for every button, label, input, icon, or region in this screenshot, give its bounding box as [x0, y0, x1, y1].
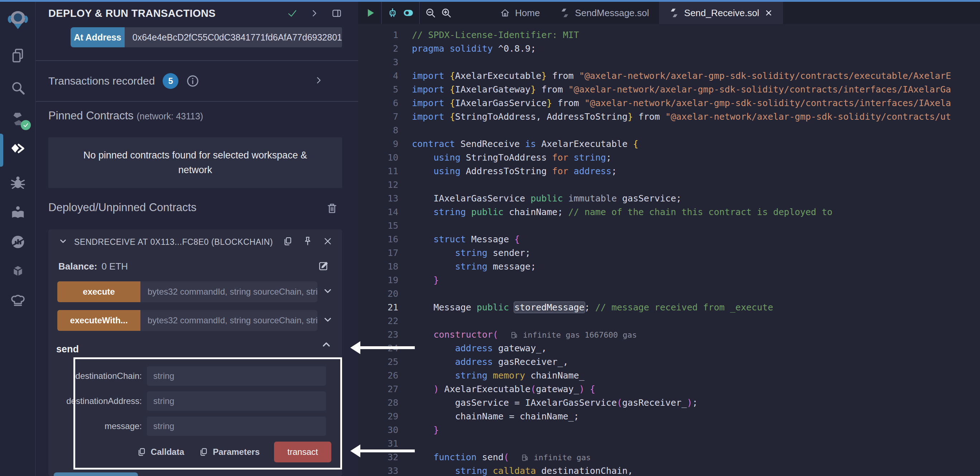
chevron-right-icon[interactable]: [313, 75, 324, 87]
destinationchain-input[interactable]: [147, 366, 326, 386]
line-number[interactable]: 15: [358, 219, 398, 233]
code-line-28[interactable]: 28 gasService = IAxelarGasService(gasRec…: [358, 396, 980, 410]
line-number[interactable]: 24: [358, 342, 398, 355]
line-number[interactable]: 27: [358, 382, 398, 396]
copy-icon[interactable]: [282, 236, 293, 248]
pin-icon[interactable]: [302, 236, 313, 248]
sidebar-item-solidity-compiler[interactable]: [0, 109, 36, 129]
executewith-button[interactable]: executeWith...: [57, 310, 140, 331]
line-number[interactable]: 11: [358, 165, 398, 178]
close-icon[interactable]: [322, 236, 333, 248]
code-line-31[interactable]: 31: [358, 437, 980, 450]
code-line-16[interactable]: 16 struct Message {: [358, 233, 980, 246]
code-line-32[interactable]: 32 function send( infinite gas: [358, 450, 980, 464]
ai-assistant-icon[interactable]: [385, 5, 401, 21]
sidebar-item-deploy-run[interactable]: [0, 140, 36, 160]
chevron-down-icon[interactable]: [322, 286, 333, 298]
info-icon[interactable]: [186, 74, 200, 88]
line-number[interactable]: 7: [358, 110, 398, 124]
line-number[interactable]: 23: [358, 328, 398, 342]
function-signature-input[interactable]: bytes32 commandId, string sourceChain, s…: [140, 281, 317, 302]
line-number[interactable]: 29: [358, 410, 398, 423]
code-line-5[interactable]: 5import {IAxelarGateway} from "@axelar-n…: [358, 83, 980, 96]
calldata-button[interactable]: Calldata: [137, 447, 184, 457]
code-line-27[interactable]: 27 ) AxelarExecutable(gateway_) {: [358, 382, 980, 396]
at-address-input[interactable]: 0x64e4eBcD2fC55C0dC3841771fd6AfA77d69328…: [125, 27, 342, 47]
code-line-13[interactable]: 13 IAxelarGasService public immutable ga…: [358, 192, 980, 205]
sidebar-item-analytics[interactable]: [0, 232, 36, 252]
code-line-14[interactable]: 14 string public chainName; // name of t…: [358, 205, 980, 219]
line-number[interactable]: 20: [358, 287, 398, 301]
sidebar-item-file-explorer[interactable]: [0, 46, 36, 65]
line-number[interactable]: 31: [358, 437, 398, 450]
code-area[interactable]: 1// SPDX-License-Identifier: MIT2pragma …: [358, 24, 980, 476]
code-line-6[interactable]: 6import {IAxelarGasService} from "@axela…: [358, 96, 980, 110]
line-number[interactable]: 8: [358, 124, 398, 137]
sidebar-item-cube-plugin[interactable]: [0, 261, 36, 281]
line-number[interactable]: 9: [358, 137, 398, 151]
line-number[interactable]: 28: [358, 396, 398, 410]
message-input[interactable]: [147, 417, 326, 436]
sidebar-item-learn[interactable]: [0, 203, 36, 223]
destinationaddress-input[interactable]: [147, 391, 326, 411]
at-address-button[interactable]: At Address: [70, 27, 125, 47]
code-line-23[interactable]: 23 constructor( infinite gas 1667600 gas: [358, 328, 980, 342]
line-number[interactable]: 26: [358, 369, 398, 382]
line-number[interactable]: 17: [358, 246, 398, 260]
code-line-20[interactable]: 20: [358, 287, 980, 301]
line-number[interactable]: 21: [358, 301, 398, 314]
code-line-19[interactable]: 19 }: [358, 273, 980, 287]
code-line-15[interactable]: 15: [358, 219, 980, 233]
code-line-10[interactable]: 10 using StringToAddress for string;: [358, 151, 980, 165]
code-line-1[interactable]: 1// SPDX-License-Identifier: MIT: [358, 28, 980, 42]
code-line-21[interactable]: 21 Message public storedMessage; // mess…: [358, 301, 980, 314]
code-line-22[interactable]: 22: [358, 314, 980, 328]
line-number[interactable]: 2: [358, 42, 398, 56]
transact-button[interactable]: transact: [274, 442, 331, 462]
code-line-9[interactable]: 9contract SendReceive is AxelarExecutabl…: [358, 137, 980, 151]
zoom-out-icon[interactable]: [423, 5, 438, 21]
line-number[interactable]: 14: [358, 205, 398, 219]
pin-panel-layout-icon[interactable]: [330, 7, 343, 20]
line-number[interactable]: 33: [358, 464, 398, 476]
tab-send-receive-sol[interactable]: Send_Receive.sol: [659, 2, 783, 24]
line-number[interactable]: 1: [358, 28, 398, 42]
code-line-29[interactable]: 29 chainName = chainName_;: [358, 410, 980, 423]
tab-close-icon[interactable]: [764, 9, 773, 17]
function-signature-input[interactable]: bytes32 commandId, string sourceChain, s…: [140, 310, 317, 331]
chevron-down-icon[interactable]: [58, 236, 68, 247]
code-line-33[interactable]: 33 string calldata destinationChain,: [358, 464, 980, 476]
run-script-icon[interactable]: [363, 5, 378, 21]
expand-panel-icon[interactable]: [308, 7, 321, 20]
line-number[interactable]: 25: [358, 355, 398, 369]
code-line-25[interactable]: 25 address gasReceiver_,: [358, 355, 980, 369]
code-line-12[interactable]: 12: [358, 178, 980, 192]
code-line-18[interactable]: 18 string message;: [358, 260, 980, 273]
line-number[interactable]: 5: [358, 83, 398, 96]
code-line-26[interactable]: 26 string memory chainName_: [358, 369, 980, 382]
trash-icon[interactable]: [326, 202, 339, 216]
line-number[interactable]: 19: [358, 273, 398, 287]
code-line-11[interactable]: 11 using AddressToString for address;: [358, 165, 980, 178]
code-line-24[interactable]: 24 address gateway_,: [358, 342, 980, 355]
line-number[interactable]: 18: [358, 260, 398, 273]
zoom-in-icon[interactable]: [438, 5, 454, 21]
chevron-down-icon[interactable]: [322, 314, 333, 326]
code-line-2[interactable]: 2pragma solidity ^0.8.9;: [358, 42, 980, 56]
line-number[interactable]: 16: [358, 233, 398, 246]
sidebar-item-cookbook[interactable]: [0, 291, 36, 311]
line-number[interactable]: 6: [358, 96, 398, 110]
code-line-8[interactable]: 8: [358, 124, 980, 137]
transactions-recorded-row[interactable]: Transactions recorded 5: [48, 70, 346, 91]
execute-button[interactable]: execute: [57, 281, 140, 302]
sidebar-item-search[interactable]: [0, 78, 36, 98]
line-number[interactable]: 12: [358, 178, 398, 192]
code-line-17[interactable]: 17 string sender;: [358, 246, 980, 260]
line-number[interactable]: 3: [358, 56, 398, 69]
line-number[interactable]: 32: [358, 450, 398, 464]
line-number[interactable]: 4: [358, 69, 398, 83]
edit-icon[interactable]: [318, 260, 329, 273]
copilot-toggle-icon[interactable]: [401, 5, 416, 21]
chevron-up-icon[interactable]: [321, 339, 332, 351]
code-line-3[interactable]: 3: [358, 56, 980, 69]
